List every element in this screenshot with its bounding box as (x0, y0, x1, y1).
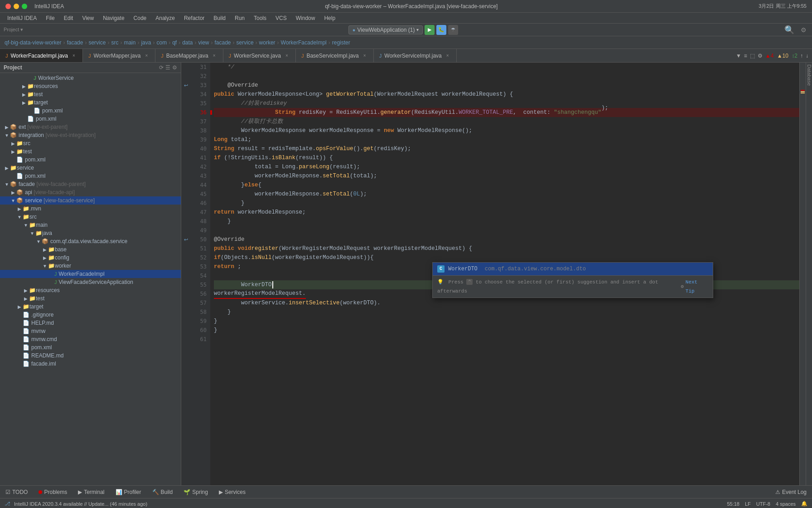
tree-item-integration[interactable]: ▼ 📦 integration [view-ext-integration] (0, 131, 181, 139)
hint-settings-button[interactable]: ⚙ (681, 282, 684, 291)
tree-item-facade-service[interactable]: ▼ 📦 service [view-facade-service] (0, 196, 181, 205)
debug-button[interactable]: 🐛 (436, 25, 446, 35)
tree-item-gitignore[interactable]: 📄 .gitignore (0, 311, 181, 319)
tree-item-worker-pkg[interactable]: ▼ 📁 worker (0, 262, 181, 270)
bc-view[interactable]: view (198, 39, 209, 46)
menu-navigate[interactable]: Navigate (99, 14, 128, 22)
tab-event-log[interactable]: ⚠ Event Log (773, 489, 808, 495)
settings-editor-button[interactable]: ⚙ (758, 53, 763, 59)
bc-main[interactable]: main (124, 39, 135, 46)
autocomplete-item-workerdto[interactable]: C WorkerDTO com.qf.data.view.core.model.… (433, 263, 713, 275)
bc-method[interactable]: register (332, 39, 350, 46)
menu-intellij[interactable]: IntelliJ IDEA (4, 14, 40, 22)
bc-java[interactable]: java (141, 39, 151, 46)
menu-window[interactable]: Window (292, 14, 319, 22)
tree-item-src-fs[interactable]: ▼ 📁 src (0, 213, 181, 221)
code-area[interactable]: */ @Override public WorkerModelResponse<… (210, 63, 799, 485)
run-button[interactable]: ▶ (425, 25, 435, 35)
notification-icon[interactable]: 🔔 (801, 501, 807, 507)
tree-item-api[interactable]: ▶ 📦 api [view-facade-api] (0, 188, 181, 196)
errors-indicator[interactable]: ▲4 ▲10 ↕2 (765, 53, 798, 59)
tab-workermapper[interactable]: J WorkerMapper.java × (83, 49, 155, 62)
editor-content[interactable]: ↩ ↩ (181, 63, 812, 485)
menu-vcs[interactable]: VCS (272, 14, 290, 22)
menu-run[interactable]: Run (231, 14, 248, 22)
collapse-all-button[interactable]: ▼ (736, 53, 741, 59)
minimize-button[interactable] (14, 4, 19, 9)
bc-facade[interactable]: facade (67, 39, 83, 46)
bc-facade2[interactable]: facade (215, 39, 231, 46)
menu-code[interactable]: Code (130, 14, 150, 22)
tree-item-java-fs[interactable]: ▼ 📁 java (0, 229, 181, 237)
tab-basemapper[interactable]: J BaseMapper.java × (155, 49, 223, 62)
tree-item-package[interactable]: ▼ 📦 com.qf.data.view.facade.service (0, 237, 181, 245)
tab-baseserviceimpl[interactable]: J BaseServiceImpl.java × (296, 49, 374, 62)
tree-item-resources-fs[interactable]: ▶ 📁 resources (0, 286, 181, 294)
tab-profiler[interactable]: 📊 Profiler (114, 489, 143, 495)
collapse-button[interactable]: ☰ (165, 64, 170, 71)
tree-item-test[interactable]: ▶ 📁 test (0, 90, 181, 98)
tree-item-resources[interactable]: ▶ 📁 resources (0, 82, 181, 90)
search-button[interactable]: 🔍 (784, 25, 794, 35)
bc-data[interactable]: data (182, 39, 193, 46)
tree-item-main-fs[interactable]: ▼ 📁 main (0, 221, 181, 229)
menu-analyze[interactable]: Analyze (152, 14, 179, 22)
bc-com[interactable]: com (156, 39, 167, 46)
tab-close-button[interactable]: × (71, 53, 77, 59)
tree-item-service-simple[interactable]: ▶ 📁 service (0, 164, 181, 172)
tree-item-src-int[interactable]: ▶ 📁 src (0, 139, 181, 147)
tree-item-target-fs[interactable]: ▶ 📁 target (0, 303, 181, 311)
tab-spring[interactable]: 🌱 Spring (182, 489, 210, 495)
tree-item-workerservice[interactable]: J WorkerService (0, 74, 181, 82)
close-button[interactable] (5, 4, 11, 9)
tab-todo[interactable]: ☑ TODO (4, 489, 29, 495)
up-button[interactable]: ↑ (800, 53, 803, 59)
bc-project[interactable]: qf-big-data-view-worker (5, 39, 61, 46)
tree-item-readmemd[interactable]: 📄 README.md (0, 352, 181, 360)
maximize-button[interactable] (22, 4, 27, 9)
settings-button[interactable]: ⚙ (801, 26, 807, 34)
tree-item-target[interactable]: ▶ 📁 target (0, 98, 181, 107)
tree-item-helpmd[interactable]: 📄 HELP.md (0, 319, 181, 327)
menu-tools[interactable]: Tools (250, 14, 270, 22)
tab-close-button3[interactable]: × (211, 53, 218, 59)
tab-build[interactable]: 🔨 Build (150, 489, 175, 495)
gear-icon[interactable]: ⚙ (172, 64, 177, 71)
run-config-dropdown[interactable]: ● ViewWebApplication (1) ▾ (348, 25, 423, 34)
bc-src[interactable]: src (111, 39, 118, 46)
editor-scrollbar[interactable] (799, 63, 806, 485)
tab-workerserviceimpl[interactable]: J WorkerServiceImpl.java × (374, 49, 457, 62)
bc-class[interactable]: WorkerFacadeImpl (281, 39, 327, 46)
tab-close-button2[interactable]: × (143, 53, 150, 59)
tree-item-pom2[interactable]: 📄 pom.xml (0, 115, 181, 123)
tree-item-base[interactable]: ▶ 📁 base (0, 245, 181, 254)
tree-item-test-int[interactable]: ▶ 📁 test (0, 147, 181, 156)
coverage-button[interactable]: ☂ (448, 25, 458, 35)
tree-item-viewfacadeapp[interactable]: J ViewFacadeServiceApplication (0, 278, 181, 286)
menu-help[interactable]: Help (320, 14, 339, 22)
tree-item-pom1[interactable]: 📄 pom.xml (0, 107, 181, 115)
menu-build[interactable]: Build (210, 14, 229, 22)
tab-close-button6[interactable]: × (445, 53, 451, 59)
menu-refactor[interactable]: Refactor (180, 14, 208, 22)
tree-item-pom-int[interactable]: 📄 pom.xml (0, 156, 181, 164)
split-button[interactable]: ⬚ (750, 53, 755, 59)
tab-close-button5[interactable]: × (362, 53, 368, 59)
tree-item-pom3[interactable]: 📄 pom.xml (0, 343, 181, 352)
tree-item-mvnwcmd[interactable]: 📄 mvnw.cmd (0, 335, 181, 343)
git-icon[interactable]: ⎇ (5, 501, 10, 507)
tree-item-config[interactable]: ▶ 📁 config (0, 254, 181, 262)
tree-item-test-fs[interactable]: ▶ 📁 test (0, 294, 181, 303)
tab-close-button4[interactable]: × (284, 53, 290, 59)
next-tip-link[interactable]: Next Tip (686, 278, 708, 296)
tree-item-mvn[interactable]: ▶ 📁 .mvn (0, 205, 181, 213)
bc-worker[interactable]: worker (259, 39, 276, 46)
structure-button[interactable]: ≡ (744, 53, 747, 59)
tree-item-facade[interactable]: ▼ 📦 facade [view-facade-parent] (0, 180, 181, 188)
tree-item-ext[interactable]: ▶ 📦 ext [view-ext-parent] (0, 123, 181, 131)
tab-workerservice[interactable]: J WorkerService.java × (223, 49, 296, 62)
menu-view[interactable]: View (78, 14, 97, 22)
tab-terminal[interactable]: ▶ Terminal (76, 489, 106, 495)
bc-service[interactable]: service (88, 39, 106, 46)
tree-item-workerfacadeimpl[interactable]: J WorkerFacadeImpl (0, 270, 181, 278)
